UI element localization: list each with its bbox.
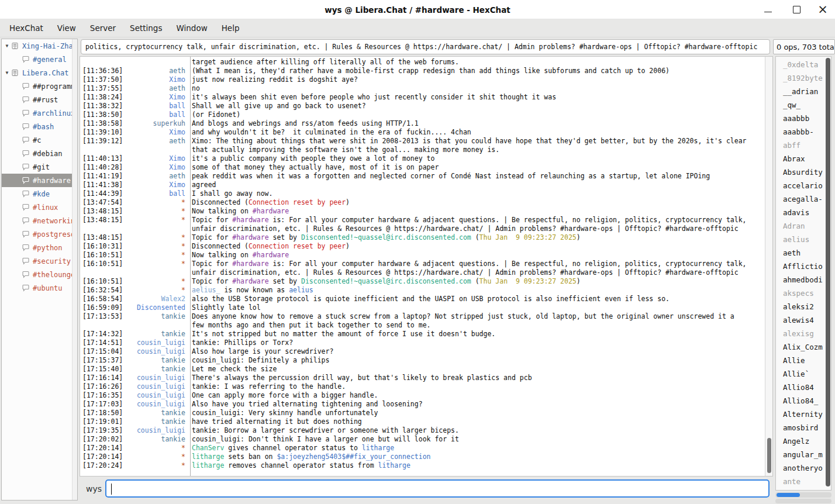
user-list-item[interactable]: Adran [776,219,831,233]
user-list-item[interactable]: Allio84_ [776,394,831,408]
user-list-item[interactable]: Angelz [776,434,831,448]
nick[interactable]: Disconsented [125,303,188,312]
channel-tree-scrollbar[interactable] [72,39,77,500]
tree-channel--kde[interactable]: #kde [2,187,77,201]
user-list-item[interactable]: adavis [776,206,831,219]
nick[interactable]: tankie [125,356,188,365]
titlebar[interactable]: wys @ Libera.Chat / #hardware - HexChat … [0,0,835,19]
user-list-item[interactable]: Allio84 [776,381,831,394]
chat-scrollbar[interactable] [765,57,772,476]
user-list-item[interactable]: _qw_ [776,98,831,112]
user-list-item[interactable]: Allie` [776,367,831,381]
maximize-button[interactable] [789,0,804,19]
user-list-item[interactable]: Alix_Cozm [776,340,831,354]
nick[interactable]: ball [125,111,188,119]
nick[interactable]: cousin_luigi [125,400,188,409]
nick[interactable]: superkuh [125,119,188,128]
user-list-item[interactable]: Absurdity [776,165,831,179]
tree-channel--hardware[interactable]: #hardware [2,174,77,187]
tree-network-libera-chat[interactable]: ▼Libera.Chat [2,66,77,80]
user-list-item[interactable]: amosbird [776,421,831,434]
nick[interactable]: Walex2 [125,295,188,303]
tree-channel--ubuntu[interactable]: #ubuntu [2,281,77,295]
user-list-item[interactable]: Abrax [776,152,831,165]
nick[interactable]: Ximo [125,163,188,172]
menu-window[interactable]: Window [169,20,214,36]
nick[interactable]: tankie [125,435,188,444]
tree-channel--debian[interactable]: #debian [2,147,77,160]
tree-channel--bash[interactable]: #bash [2,120,77,133]
user-list-item[interactable]: acegalla- [776,192,831,206]
tree-channel--git[interactable]: #git [2,160,77,174]
nick[interactable]: ball [125,102,188,111]
user-list-item[interactable]: abff [776,139,831,152]
tree-channel--rust[interactable]: ##rust [2,93,77,106]
nick[interactable]: tankie [125,409,188,417]
nick[interactable]: cousin_luigi [125,339,188,347]
tree-channel--python[interactable]: #python [2,241,77,254]
nick[interactable]: tankie [125,417,188,426]
nick[interactable]: tankie [125,312,188,321]
expander-icon[interactable]: ▼ [3,43,11,49]
nick[interactable]: Ximo [125,93,188,102]
user-list-item[interactable]: __adrian [776,85,831,98]
user-list-hscrollbar[interactable] [775,492,831,498]
menu-view[interactable]: View [50,20,83,36]
tree-channel--postgresql[interactable]: #postgresql [2,227,77,241]
user-list-item[interactable]: ante [776,475,831,488]
nick[interactable]: aeth [125,84,188,93]
menu-server[interactable]: Server [83,20,123,36]
minimize-button[interactable] [760,0,775,19]
own-nick-label[interactable]: wys [86,481,102,497]
tree-channel--security[interactable]: #security [2,254,77,268]
user-list-item[interactable]: angular_m [776,448,831,461]
nick[interactable]: tankie [125,365,188,374]
tree-channel--programming[interactable]: ##programming [2,80,77,93]
nick[interactable]: cousin_luigi [125,347,188,356]
user-list-item[interactable]: accelario [776,179,831,192]
user-list-item[interactable]: alewis4 [776,313,831,327]
user-list-item[interactable]: ahmedbodi [776,273,831,286]
nick[interactable]: cousin_luigi [125,426,188,435]
chat-scrollbar-handle[interactable] [767,438,771,473]
nick[interactable]: aeth [125,172,188,181]
tree-channel--c[interactable]: #c [2,133,77,147]
user-list-item[interactable]: aleksi2 [776,300,831,313]
tree-channel--networking[interactable]: #networking [2,214,77,227]
expander-icon[interactable]: ▼ [3,70,11,75]
nick[interactable]: tankie [125,330,188,339]
menu-hexchat[interactable]: HexChat [2,20,50,36]
nick[interactable]: ball [125,189,188,198]
nick[interactable]: cousin_luigi [125,382,188,391]
user-list-scrollbar[interactable] [826,58,830,486]
user-list-item[interactable]: _8192byte [776,71,831,85]
nick[interactable]: Ximo [125,154,188,163]
nick[interactable]: aeth [125,67,188,75]
user-list-item[interactable]: _0xdelta [776,58,831,71]
user-list-item[interactable]: aaabbb [776,112,831,125]
tree-channel--archlinux[interactable]: #archlinux [2,106,77,120]
nick[interactable]: cousin_luigi [125,391,188,400]
tree-network-xing-hai-zhan[interactable]: ▼Xing-Hai-Zhan [2,39,77,53]
menu-help[interactable]: Help [215,20,247,36]
message-input[interactable] [105,479,770,498]
close-button[interactable]: × [815,0,830,19]
user-list-item[interactable]: alexisg [776,327,831,340]
user-list-item[interactable]: akspecs [776,286,831,300]
user-list-item[interactable]: aaabbb- [776,125,831,139]
nick[interactable]: Ximo [125,128,188,137]
tree-channel--linux[interactable]: #linux [2,201,77,214]
user-list-item[interactable]: aelius [776,233,831,246]
user-list-item[interactable]: Allie [776,354,831,367]
user-list-hscrollbar-handle[interactable] [777,493,800,497]
nick[interactable]: Ximo [125,75,188,84]
user-list-item[interactable]: aeth [776,246,831,260]
nick[interactable]: Ximo [125,181,188,189]
menu-settings[interactable]: Settings [123,20,169,36]
bottom-hscrollbar[interactable] [775,499,831,503]
nick[interactable]: aeth [125,137,188,146]
user-list-item[interactable]: Alternity [776,408,831,421]
tree-channel--thelounge[interactable]: #thelounge [2,268,77,281]
topic-input[interactable]: politics, cryptocurrency talk, unfair di… [81,39,770,54]
user-list-item[interactable]: Afflictio [776,260,831,273]
